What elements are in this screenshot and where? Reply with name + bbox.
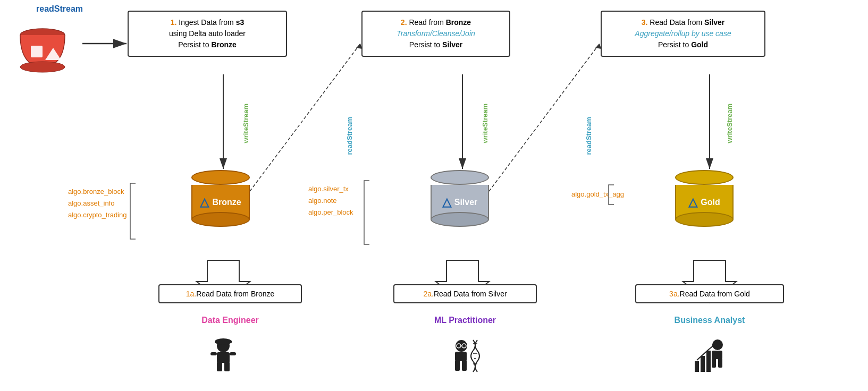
read-stream-bronze-diag-label: readStream [345,117,353,155]
svg-rect-41 [718,358,722,368]
ml-practitioner-icon [446,337,484,380]
read-stream-silver-diag-label: readStream [585,117,593,155]
box3-read-silver: 3. Read Data from Silver Aggregate/rollu… [601,11,765,57]
bronze-delta-icon: △ [200,196,209,209]
gold-table-1: algo.gold_tx_agg [571,189,624,200]
box2-source: Bronze [446,18,471,27]
bronze-table-names: algo.bronze_block algo.asset_info algo.c… [68,186,127,221]
read-box-bronze: 1a.Read Data from Bronze [158,284,302,303]
write-stream-silver-label: writeStream [481,104,489,143]
box2-text2: Persist to [409,40,442,49]
bronze-label: Bronze [212,198,241,207]
rbox1-text: Read Data from Bronze [196,290,274,298]
read-box-gold: 3a.Read Data from Gold [635,284,784,303]
svg-rect-22 [217,362,222,371]
box1-text3: Persist to [178,40,211,49]
box3-subtitle: Aggregate/rollup by use case [635,29,731,38]
role-analyst-label: Business Analyst [635,316,784,325]
svg-rect-40 [712,358,716,368]
rbox3-text: Read Data from Gold [680,290,750,298]
silver-cylinder: △ Silver [431,170,489,227]
box2-step: 2. [401,18,407,27]
gold-cyl-top [675,170,734,185]
box3-step: 3. [642,18,648,27]
gold-cyl-body: △ Gold [675,170,734,227]
gold-cyl-bottom [675,212,734,227]
role-engineer-label: Data Engineer [158,316,302,325]
silver-table-names: algo.silver_tx algo.note algo.per_block [308,183,353,218]
silver-cyl-body: △ Silver [431,170,489,227]
write-stream-gold-label: writeStream [726,104,734,143]
svg-rect-20 [215,341,232,343]
box1-ingest: 1. Ingest Data from s3 using Delta auto … [128,11,287,57]
box1-step: 1. [171,18,177,27]
silver-delta-icon: △ [442,196,451,209]
svg-rect-44 [706,351,711,372]
gold-table-names: algo.gold_tx_agg [571,189,624,200]
box3-target: Gold [691,40,708,49]
silver-cyl-top [431,170,489,185]
box1-target: Bronze [211,40,236,49]
box2-read-bronze: 2. Read from Bronze Transform/Cleanse/Jo… [361,11,510,57]
data-engineer-icon [207,337,239,380]
rbox2-step: 2a. [423,290,433,298]
svg-rect-23 [224,362,230,371]
bronze-cyl-bottom [191,212,250,227]
gold-delta-icon: △ [688,196,697,209]
svg-rect-21 [217,352,230,363]
box2-text1: Read from [409,18,445,27]
role-ml-label: ML Practitioner [393,316,537,325]
business-analyst-icon [694,337,731,380]
svg-rect-39 [712,351,722,359]
box1-text1: Ingest Data from [179,18,235,27]
bronze-cylinder: △ Bronze [191,170,250,227]
bronze-cyl-top [191,170,250,185]
box1-text2: using Delta auto loader [169,29,246,38]
svg-point-45 [712,344,715,347]
gold-cylinder: △ Gold [675,170,734,227]
box3-text1: Read Data from [650,18,704,27]
svg-rect-42 [695,361,699,372]
read-box-silver: 2a.Read Data from Silver [393,284,537,303]
svg-rect-25 [230,352,236,355]
bronze-cyl-body: △ Bronze [191,170,250,227]
rbox2-text: Read Data from Silver [434,290,507,298]
silver-label: Silver [454,198,478,207]
diagram-container: readStream 1. Ingest Data from s3 using … [0,0,868,391]
box2-target: Silver [442,40,462,49]
silver-table-3: algo.per_block [308,207,353,218]
box3-text2: Persist to [658,40,691,49]
write-stream-bronze-label: writeStream [242,104,250,143]
silver-cyl-bottom [431,212,489,227]
bronze-table-1: algo.bronze_block [68,186,127,198]
svg-rect-16 [31,46,43,57]
bronze-table-3: algo.crypto_trading [68,209,127,221]
svg-rect-24 [210,352,217,355]
svg-rect-31 [455,360,460,371]
bronze-table-2: algo.asset_info [68,198,127,209]
svg-line-5 [250,44,360,191]
svg-rect-32 [462,360,467,371]
svg-point-15 [20,62,65,72]
rbox1-step: 1a. [186,290,196,298]
read-stream-header-label: readStream [36,4,83,14]
s3-icon [16,26,69,75]
svg-rect-30 [455,352,467,361]
svg-line-8 [489,44,600,191]
svg-rect-43 [701,356,705,372]
box1-s3: s3 [236,18,245,27]
box2-subtitle: Transform/Cleanse/Join [397,29,475,38]
box3-source: Silver [704,18,724,27]
silver-table-2: algo.note [308,195,353,207]
silver-table-1: algo.silver_tx [308,183,353,195]
gold-label: Gold [701,198,720,207]
rbox3-step: 3a. [669,290,679,298]
